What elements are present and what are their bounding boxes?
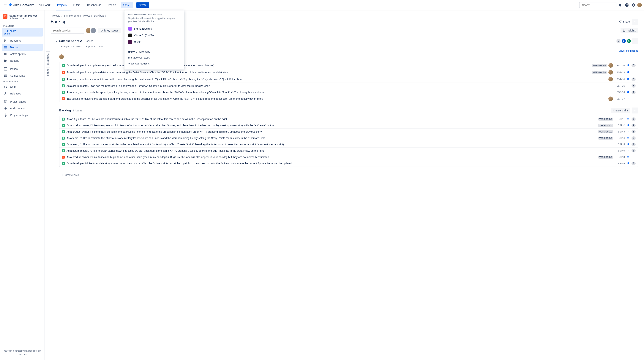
epics-tab[interactable]: EPICS	[46, 67, 50, 78]
issue-key[interactable]: SSP-17	[615, 98, 625, 100]
sidebar-active-sprints[interactable]: Active sprints	[2, 51, 43, 58]
issue-assignee[interactable]	[608, 70, 613, 74]
dropdown-link-2[interactable]: View app requests	[124, 60, 184, 66]
issue-assignee[interactable]	[608, 77, 613, 82]
sprint-inline-more[interactable]: ⋯	[66, 54, 72, 60]
versions-tab[interactable]: VERSIONS	[46, 52, 50, 67]
dropdown-app-2[interactable]: Slack	[124, 39, 184, 46]
svg-rect-1	[6, 16, 6, 16]
assignee-filter[interactable]	[86, 28, 96, 34]
issue-row[interactable]: As a team, we can finish the sprint by c…	[60, 89, 638, 96]
sidebar-roadmap[interactable]: Roadmap	[2, 37, 43, 44]
issue-key[interactable]: SSP-1	[615, 118, 625, 120]
issue-key[interactable]: SSP-13	[615, 71, 625, 74]
issue-row[interactable]: As an Agile team, I'd like to learn abou…	[60, 116, 638, 122]
priority-icon	[627, 156, 630, 158]
nav-projects[interactable]: Projects	[56, 2, 71, 8]
issue-key[interactable]: SSP-9	[615, 162, 625, 165]
breadcrumb-projects[interactable]: Projects	[51, 14, 60, 17]
issue-assignee[interactable]	[608, 96, 613, 101]
issue-row[interactable]: As a team, I'd like to estimate the effo…	[60, 135, 638, 141]
issue-row[interactable]: As a scrum master, I'd like to break sto…	[60, 148, 638, 154]
nav-apps[interactable]: Apps	[121, 2, 133, 8]
insights-button[interactable]: Insights	[620, 28, 638, 33]
issue-row[interactable]: As a product owner, I'd like to include …	[60, 154, 638, 160]
issue-key[interactable]: SSP-4	[615, 136, 625, 140]
sprint-avatar[interactable]	[59, 54, 64, 59]
sprint-more-button[interactable]: ⋯	[632, 38, 638, 44]
footer-learn-more[interactable]: Learn more	[3, 353, 42, 356]
issue-key[interactable]: SSP-14	[615, 78, 625, 81]
priority-icon	[627, 130, 630, 133]
issue-summary: As a scrum master, I can see the progres…	[66, 84, 613, 88]
sidebar-issues[interactable]: Issues	[2, 66, 43, 72]
user-avatar[interactable]	[637, 3, 642, 7]
issue-key[interactable]: SSP-8	[615, 156, 625, 158]
issue-row[interactable]: As a developer, I can update details on …	[60, 69, 638, 76]
search-backlog[interactable]	[51, 28, 84, 34]
issue-summary: As an Agile team, I'd like to learn abou…	[66, 118, 596, 120]
sidebar-releases[interactable]: Releases	[2, 90, 43, 97]
help-icon[interactable]	[624, 2, 630, 8]
issue-row[interactable]: As a product owner, I'd like to express …	[60, 122, 638, 128]
avatar-unassigned[interactable]	[90, 28, 96, 34]
sidebar-add-shortcut[interactable]: Add shortcut	[2, 105, 43, 112]
project-header[interactable]: Sample Scrum Project Software project	[2, 14, 43, 24]
more-actions-button[interactable]: ⋯	[632, 19, 638, 24]
version-tag: VERSION 2.0	[598, 118, 613, 120]
sidebar-project-settings[interactable]: Project settings	[2, 112, 43, 118]
issue-key[interactable]: SSP-5	[615, 143, 625, 146]
nav-dashboards[interactable]: Dashboards	[86, 2, 106, 8]
version-tag: VERSION 2.0	[592, 64, 606, 67]
dropdown-app-0[interactable]: Figma (Design)	[124, 25, 184, 32]
estimate-badge: 4	[632, 84, 636, 88]
issue-row[interactable]: As a product owner, I'd like to rank sto…	[60, 128, 638, 135]
issue-summary: As a team, I'd like to estimate the effo…	[66, 136, 596, 140]
breadcrumb-board[interactable]: SSP board	[94, 14, 106, 17]
issue-row[interactable]: As a team, I'd like to commit to a set o…	[60, 141, 638, 148]
global-search-input[interactable]	[582, 4, 615, 6]
settings-icon[interactable]	[630, 2, 636, 8]
issue-key[interactable]: SSP-10	[615, 64, 625, 67]
dropdown-link-1[interactable]: Manage your apps	[124, 54, 184, 60]
nav-filters[interactable]: Filters	[72, 2, 85, 8]
priority-icon	[627, 84, 630, 88]
jira-logo[interactable]: Jira Software	[8, 3, 34, 7]
issue-assignee[interactable]	[608, 63, 613, 68]
sidebar-project-pages[interactable]: Project pages	[2, 98, 43, 105]
global-search[interactable]	[579, 2, 616, 8]
nav-your-work[interactable]: Your work	[38, 2, 55, 8]
issue-key[interactable]: SSP-2	[615, 124, 625, 127]
issue-row[interactable]: Instructions for deleting this sample bo…	[60, 96, 638, 102]
issue-row[interactable]: As a user, I can find important items on…	[60, 76, 638, 83]
backlog-issue-count: 8 issues	[73, 109, 82, 112]
breadcrumb-project[interactable]: Sample Scrum Project	[64, 14, 90, 17]
issue-key[interactable]: SSP-16	[615, 91, 625, 94]
collapse-sprint-icon[interactable]: ⌄	[55, 40, 58, 42]
notifications-icon[interactable]	[617, 2, 623, 8]
create-sprint-button[interactable]: Create sprint	[611, 108, 630, 113]
issue-key[interactable]: SSP-15	[615, 84, 625, 87]
issue-row[interactable]: As a developer, I'd like to update story…	[60, 160, 638, 166]
sidebar-code[interactable]: Code	[2, 84, 43, 90]
search-backlog-input[interactable]	[52, 29, 85, 32]
board-sub: Board	[4, 32, 41, 35]
story-icon	[62, 124, 65, 127]
board-selector[interactable]: SSP board Board ⌄	[2, 28, 43, 36]
sidebar-reports[interactable]: Reports	[2, 58, 43, 64]
only-my-issues-filter[interactable]: Only My Issues	[98, 28, 121, 33]
app-switcher-icon[interactable]	[2, 2, 8, 8]
sidebar-components[interactable]: Components	[2, 72, 43, 79]
sidebar-backlog[interactable]: Backlog	[2, 44, 43, 51]
backlog-more-button[interactable]: ⋯	[632, 108, 638, 114]
dropdown-app-1[interactable]: Circle CI (CI/CD)	[124, 32, 184, 39]
issue-row[interactable]: As a scrum master, I can see the progres…	[60, 83, 638, 89]
nav-people[interactable]: People	[106, 2, 120, 8]
create-issue-button[interactable]: + Create issue	[59, 172, 638, 178]
share-button[interactable]: Share	[618, 20, 630, 23]
issue-key[interactable]: SSP-3	[615, 130, 625, 133]
issue-summary: As a team, we can finish the sprint by c…	[66, 91, 613, 94]
dropdown-link-0[interactable]: Explore more apps	[124, 49, 184, 54]
issue-key[interactable]: SSP-6	[615, 149, 625, 152]
create-button[interactable]: Create	[136, 2, 149, 8]
